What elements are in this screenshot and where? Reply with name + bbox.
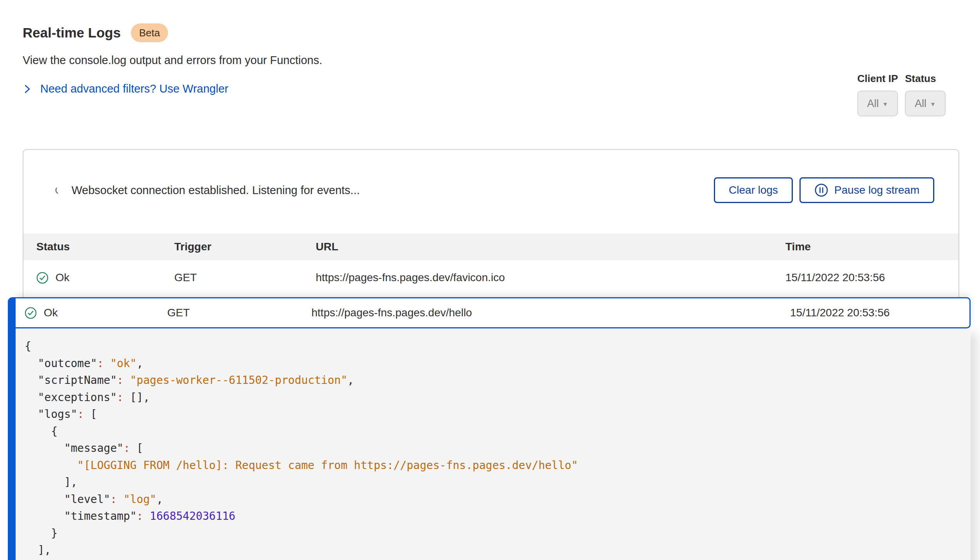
row-status-cell: Ok	[25, 307, 167, 319]
row-time: 15/11/2022 20:53:56	[790, 307, 969, 319]
caret-down-icon: ▼	[930, 101, 936, 107]
row-url: https://pages-fns.pages.dev/favicon.ico	[316, 271, 785, 284]
row-trigger: GET	[167, 307, 311, 319]
wrangler-link-label: Need advanced filters? Use Wrangler	[40, 82, 228, 95]
websocket-status-message: Websocket connection established. Listen…	[72, 184, 360, 197]
client-ip-dropdown[interactable]: All ▼	[857, 91, 898, 116]
page-title: Real-time Logs	[23, 25, 121, 41]
wrangler-link[interactable]: Need advanced filters? Use Wrangler	[23, 82, 228, 95]
status-dropdown[interactable]: All ▼	[905, 91, 946, 116]
row-time: 15/11/2022 20:53:56	[785, 271, 959, 284]
log-detail-panel: { "outcome": "ok", "scriptName": "pages-…	[16, 328, 971, 560]
filters: Client IP All ▼ Status All ▼	[857, 73, 946, 116]
row-status: Ok	[55, 271, 70, 284]
column-trigger: Trigger	[174, 241, 316, 253]
row-url: https://pages-fns.pages.dev/hello	[311, 307, 790, 319]
beta-badge: Beta	[131, 23, 168, 42]
check-circle-icon	[25, 307, 37, 319]
row-trigger: GET	[174, 271, 316, 284]
table-header: Status Trigger URL Time	[23, 234, 959, 260]
selection-accent-bar	[8, 297, 16, 560]
status-filter: Status All ▼	[905, 73, 946, 116]
check-circle-icon	[36, 272, 48, 284]
realtime-logs-page: Real-time Logs Beta View the console.log…	[0, 0, 980, 560]
table-row[interactable]: Ok GET https://pages-fns.pages.dev/favic…	[23, 260, 959, 295]
toolbar-buttons: Clear logs Pause log stream	[714, 177, 934, 203]
column-time: Time	[785, 241, 959, 253]
table-row-selected[interactable]: Ok GET https://pages-fns.pages.dev/hello…	[16, 297, 971, 328]
status-filter-label: Status	[905, 73, 946, 85]
log-toolbar: Websocket connection established. Listen…	[55, 177, 934, 203]
client-ip-label: Client IP	[857, 73, 898, 85]
pause-log-stream-label: Pause log stream	[834, 184, 919, 196]
row-status: Ok	[44, 307, 58, 319]
caret-down-icon: ▼	[882, 101, 888, 107]
spinner-icon	[55, 185, 64, 195]
pause-icon	[814, 183, 828, 197]
client-ip-value: All	[867, 98, 879, 110]
column-url: URL	[316, 241, 785, 253]
page-header: Real-time Logs Beta View the console.log…	[23, 23, 322, 95]
clear-logs-button[interactable]: Clear logs	[714, 177, 793, 203]
clear-logs-label: Clear logs	[729, 184, 778, 196]
websocket-status: Websocket connection established. Listen…	[55, 184, 360, 197]
expanded-log-entry: Ok GET https://pages-fns.pages.dev/hello…	[8, 297, 971, 560]
column-status: Status	[36, 241, 174, 253]
row-status-cell: Ok	[36, 271, 174, 284]
client-ip-filter: Client IP All ▼	[857, 73, 898, 116]
status-filter-value: All	[915, 98, 926, 110]
page-description: View the console.log output and errors f…	[23, 54, 322, 67]
pause-log-stream-button[interactable]: Pause log stream	[799, 177, 934, 203]
chevron-right-icon	[23, 84, 32, 95]
title-row: Real-time Logs Beta	[23, 23, 322, 42]
log-detail-json: { "outcome": "ok", "scriptName": "pages-…	[25, 338, 971, 559]
